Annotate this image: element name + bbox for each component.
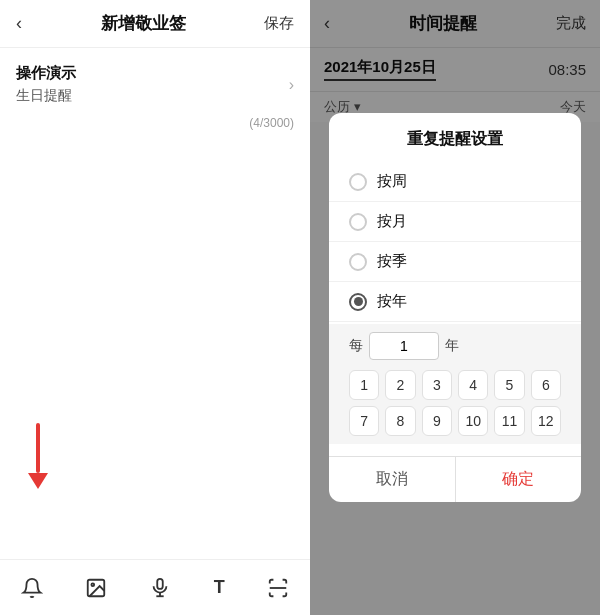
grid-cell-3[interactable]: 3 — [422, 370, 452, 400]
left-toolbar: T — [0, 559, 310, 615]
section-label: 操作演示 — [16, 64, 76, 83]
left-title: 新增敬业签 — [101, 12, 186, 35]
svg-point-1 — [92, 583, 95, 586]
modal-overlay: 重复提醒设置 按周 按月 按季 按年 每 — [310, 0, 600, 615]
arrow-head — [28, 473, 48, 489]
left-content: 操作演示 生日提醒 › (4/3000) — [0, 48, 310, 559]
grid-cell-9[interactable]: 9 — [422, 406, 452, 436]
left-back-icon[interactable]: ‹ — [16, 13, 22, 34]
grid-cell-4[interactable]: 4 — [458, 370, 488, 400]
svg-rect-2 — [158, 578, 164, 588]
label-yearly: 按年 — [377, 292, 407, 311]
modal-footer: 取消 确定 — [329, 456, 581, 502]
year-suffix: 年 — [445, 337, 459, 355]
option-quarterly[interactable]: 按季 — [329, 242, 581, 282]
left-header: ‹ 新增敬业签 保存 — [0, 0, 310, 48]
image-icon[interactable] — [85, 577, 107, 599]
scan-icon[interactable] — [267, 577, 289, 599]
interval-input[interactable] — [369, 332, 439, 360]
interval-row: 每 年 — [349, 332, 561, 360]
grid-cell-1[interactable]: 1 — [349, 370, 379, 400]
modal-title: 重复提醒设置 — [329, 129, 581, 150]
left-panel: ‹ 新增敬业签 保存 操作演示 生日提醒 › (4/3000) — [0, 0, 310, 615]
section-chevron-icon[interactable]: › — [289, 76, 294, 94]
cancel-button[interactable]: 取消 — [329, 457, 456, 502]
grid-cell-2[interactable]: 2 — [385, 370, 415, 400]
grid-cell-8[interactable]: 8 — [385, 406, 415, 436]
label-quarterly: 按季 — [377, 252, 407, 271]
text-icon[interactable]: T — [214, 577, 225, 598]
yearly-detail: 每 年 1 2 3 4 5 6 7 8 9 10 11 12 — [329, 324, 581, 444]
section-row: 操作演示 生日提醒 › — [16, 64, 294, 105]
option-weekly[interactable]: 按周 — [329, 162, 581, 202]
grid-cell-7[interactable]: 7 — [349, 406, 379, 436]
grid-cell-12[interactable]: 12 — [531, 406, 561, 436]
repeat-reminder-modal: 重复提醒设置 按周 按月 按季 按年 每 — [329, 113, 581, 502]
every-label: 每 — [349, 337, 363, 355]
grid-cell-5[interactable]: 5 — [494, 370, 524, 400]
month-grid: 1 2 3 4 5 6 7 8 9 10 11 12 — [349, 370, 561, 436]
arrow-indicator — [28, 423, 48, 489]
section-sub: 生日提醒 — [16, 87, 76, 105]
save-button[interactable]: 保存 — [264, 14, 294, 33]
grid-cell-10[interactable]: 10 — [458, 406, 488, 436]
radio-quarterly[interactable] — [349, 253, 367, 271]
option-yearly[interactable]: 按年 — [329, 282, 581, 322]
section-info: 操作演示 生日提醒 — [16, 64, 76, 105]
grid-cell-6[interactable]: 6 — [531, 370, 561, 400]
arrow-line — [36, 423, 40, 473]
label-weekly: 按周 — [377, 172, 407, 191]
right-panel: ‹ 时间提醒 完成 2021年10月25日 08:35 公历 ▾ 今天 重复提醒… — [310, 0, 600, 615]
radio-weekly[interactable] — [349, 173, 367, 191]
mic-icon[interactable] — [149, 577, 171, 599]
radio-yearly[interactable] — [349, 293, 367, 311]
option-monthly[interactable]: 按月 — [329, 202, 581, 242]
bell-icon[interactable] — [21, 577, 43, 599]
grid-cell-11[interactable]: 11 — [494, 406, 524, 436]
char-count: (4/3000) — [249, 116, 294, 130]
confirm-button[interactable]: 确定 — [456, 457, 582, 502]
label-monthly: 按月 — [377, 212, 407, 231]
radio-monthly[interactable] — [349, 213, 367, 231]
